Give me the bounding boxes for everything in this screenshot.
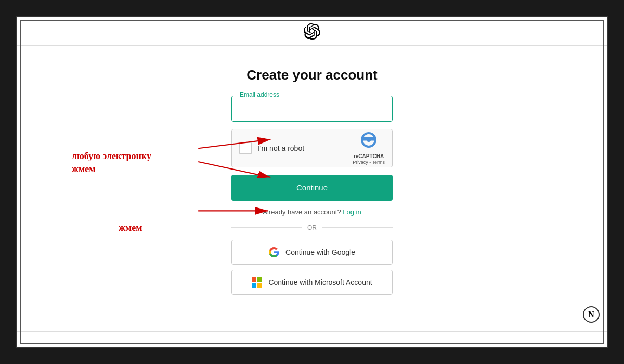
captcha-label: I'm not a robot [258, 144, 304, 152]
or-text: OR [307, 224, 317, 231]
email-input[interactable] [231, 96, 393, 122]
microsoft-btn-label: Continue with Microsoft Account [268, 278, 372, 287]
google-signin-button[interactable]: Continue with Google [231, 240, 393, 265]
main-window: Create your account Email address I'm no… [16, 16, 608, 348]
email-field-wrapper: Email address [231, 96, 393, 122]
microsoft-icon [252, 277, 262, 288]
annotation-text-2: жмем [119, 223, 142, 233]
microsoft-signin-button[interactable]: Continue with Microsoft Account [231, 270, 393, 295]
login-prompt-text: Already have an account? [263, 208, 341, 216]
continue-button[interactable]: Continue [231, 175, 393, 201]
or-line-left [231, 227, 302, 228]
bottom-bar [17, 331, 607, 347]
captcha-branding: reCAPTCHA Privacy - Terms [353, 131, 385, 166]
or-line-right [322, 227, 393, 228]
annotation-text-1: любую электронку жмем [72, 150, 151, 176]
google-icon [269, 247, 279, 257]
or-divider: OR [231, 224, 393, 231]
captcha-brand-text: reCAPTCHA Privacy - Terms [353, 153, 385, 166]
signup-form: Create your account Email address I'm no… [231, 67, 393, 300]
captcha-widget: I'm not a robot reCAPTCHA Privacy - Term… [231, 129, 393, 167]
captcha-icon [359, 131, 378, 152]
notion-badge: N [583, 306, 600, 323]
main-content-area: Create your account Email address I'm no… [17, 46, 607, 331]
login-link[interactable]: Log in [343, 208, 361, 216]
openai-logo-icon [304, 23, 320, 40]
login-prompt: Already have an account? Log in [263, 208, 361, 216]
google-btn-label: Continue with Google [285, 248, 355, 256]
top-bar [17, 17, 607, 46]
email-label: Email address [238, 91, 281, 98]
captcha-checkbox[interactable] [239, 142, 252, 154]
captcha-left: I'm not a robot [239, 142, 304, 154]
page-title: Create your account [246, 67, 377, 83]
